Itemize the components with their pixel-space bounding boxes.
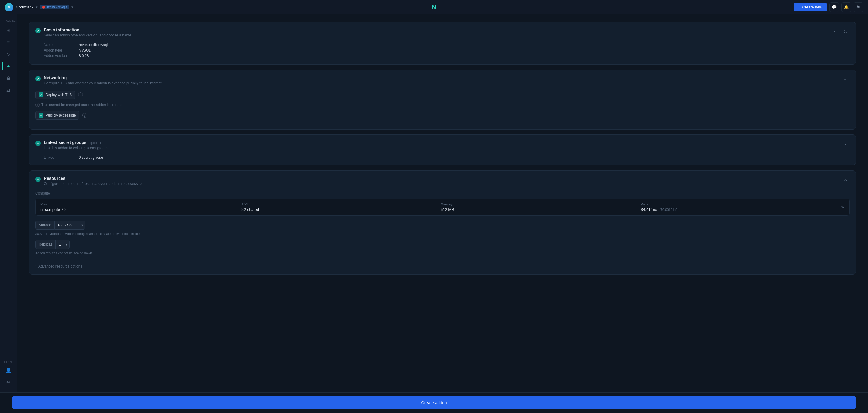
addon-version-label: Addon version	[44, 54, 74, 58]
linked-secrets-header-left: Linked secret groups optional Link this …	[35, 140, 108, 150]
create-addon-bar: Create addon	[0, 392, 868, 413]
storage-label: Storage	[35, 220, 54, 230]
memory-value: 512 MB	[441, 207, 641, 212]
linked-secrets-header: Linked secret groups optional Link this …	[29, 135, 856, 156]
public-toggle-row: Publicly accessible ?	[35, 111, 849, 119]
resources-header: Resources Configure the amount of resour…	[29, 171, 856, 191]
compute-plan-col: Plan nf-compute-20	[40, 202, 241, 212]
basic-info-table: Name revenue-db-mysql Addon type MySQL A…	[29, 43, 856, 65]
linked-secrets-subtitle: Link this addon to existing secret group…	[44, 146, 108, 150]
messages-icon[interactable]: 💬	[829, 2, 839, 12]
sidebar-item-run[interactable]: ▷	[2, 49, 14, 60]
org-chevron-icon[interactable]: ▾	[71, 5, 73, 9]
basic-info-header: Basic information Select an addon type a…	[29, 22, 856, 43]
replicas-select[interactable]: 1 2 3	[56, 240, 70, 249]
networking-subtitle: Configure TLS and whether your addon is …	[44, 81, 162, 85]
plan-label: Plan	[40, 202, 241, 206]
publicly-accessible-toggle[interactable]: Publicly accessible	[35, 111, 79, 119]
vcpu-value: 0.2 shared	[241, 207, 441, 212]
resources-body: Compute Plan nf-compute-20 vCPU 0.2 shar…	[29, 191, 856, 274]
team-label: TEAM	[0, 360, 12, 363]
svg-rect-0	[7, 78, 10, 80]
price-label: Price	[641, 202, 841, 206]
sidebar: PROJECT ⊞ ≡ ▷ ✦ ⇄ TEAM 👤 ↩	[0, 14, 17, 392]
sidebar-item-layers[interactable]: ≡	[2, 37, 14, 47]
content-area: Basic information Select an addon type a…	[17, 14, 868, 392]
sidebar-item-logout[interactable]: ↩	[2, 377, 14, 387]
publicly-accessible-label: Publicly accessible	[45, 113, 76, 117]
sidebar-item-dashboard[interactable]: ⊞	[2, 25, 14, 36]
main-layout: PROJECT ⊞ ≡ ▷ ✦ ⇄ TEAM 👤 ↩ Basic informa…	[0, 14, 868, 392]
team-tag[interactable]: 🔴 internal-devops	[40, 5, 69, 9]
networking-body: Deploy with TLS ? i This cannot be chang…	[29, 91, 856, 129]
resources-card: Resources Configure the amount of resour…	[29, 170, 856, 275]
name-value: revenue-db-mysql	[79, 43, 108, 47]
basic-info-check	[35, 28, 41, 33]
notifications-icon[interactable]: 🔔	[841, 2, 851, 12]
resources-controls	[841, 176, 849, 184]
sidebar-item-lock[interactable]	[2, 73, 14, 84]
plan-value: nf-compute-20	[40, 207, 241, 212]
resources-title-block: Resources Configure the amount of resour…	[44, 176, 142, 186]
topbar-left: M Northflank ▾ 🔴 internal-devops ▾	[5, 3, 73, 11]
optional-badge: optional	[89, 141, 101, 145]
networking-header: Networking Configure TLS and whether you…	[29, 70, 856, 91]
basic-info-title-block: Basic information Select an addon type a…	[44, 27, 131, 37]
linked-secrets-card: Linked secret groups optional Link this …	[29, 134, 856, 165]
storage-row: Storage 4 GB SSD 8 GB SSD 16 GB SSD	[35, 220, 849, 230]
basic-info-collapse-icon[interactable]	[830, 27, 839, 36]
tls-help-icon[interactable]: ?	[78, 93, 83, 97]
sidebar-item-addons[interactable]: ✦	[2, 61, 14, 72]
linked-secrets-check	[35, 141, 41, 146]
networking-controls	[841, 75, 849, 84]
storage-select[interactable]: 4 GB SSD 8 GB SSD 16 GB SSD	[54, 220, 85, 230]
linked-secrets-collapse-icon[interactable]	[841, 140, 849, 148]
addon-type-value: MySQL	[79, 48, 91, 53]
linked-row: Linked 0 secret groups	[29, 156, 856, 165]
resources-subtitle: Configure the amount of resources your a…	[44, 182, 142, 186]
replicas-label: Replicas	[35, 240, 56, 249]
avatar: M	[5, 3, 13, 11]
bookmarks-icon[interactable]: ⚑	[854, 2, 863, 12]
chevron-right-icon: ›	[35, 264, 36, 268]
edit-compute-icon[interactable]: ✎	[841, 205, 844, 210]
resources-check	[35, 176, 41, 182]
addon-version-value: 8.0.28	[79, 54, 89, 58]
sidebar-item-shuffle[interactable]: ⇄	[2, 85, 14, 96]
linked-value: 0 secret groups	[79, 156, 104, 160]
replicas-row: Replicas 1 2 3	[35, 240, 849, 249]
warning-info-icon: i	[35, 103, 39, 107]
tls-toggle-row: Deploy with TLS ?	[35, 91, 849, 99]
basic-info-expand-icon[interactable]	[841, 27, 849, 36]
price-value: $4.41/mo ($0.0062/hr)	[641, 207, 841, 212]
compute-label: Compute	[35, 191, 849, 196]
networking-title-block: Networking Configure TLS and whether you…	[44, 75, 162, 85]
resources-title: Resources	[44, 176, 142, 181]
resources-header-left: Resources Configure the amount of resour…	[35, 176, 142, 186]
networking-check	[35, 76, 41, 81]
sidebar-item-users[interactable]: 👤	[2, 365, 14, 375]
chevron-down-icon[interactable]: ▾	[36, 5, 38, 9]
create-new-button[interactable]: + Create new	[794, 3, 827, 11]
deploy-tls-toggle[interactable]: Deploy with TLS	[35, 91, 75, 99]
compute-memory-col: Memory 512 MB	[441, 202, 641, 212]
create-addon-button[interactable]: Create addon	[12, 396, 856, 409]
topbar-logo: N	[432, 3, 436, 11]
deploy-tls-label: Deploy with TLS	[45, 93, 72, 97]
public-help-icon[interactable]: ?	[82, 113, 87, 118]
memory-label: Memory	[441, 202, 641, 206]
replicas-note: Addon replicas cannot be scaled down.	[35, 251, 849, 255]
networking-collapse-icon[interactable]	[841, 75, 849, 84]
linked-label: Linked	[44, 156, 74, 160]
topbar: M Northflank ▾ 🔴 internal-devops ▾ N + C…	[0, 0, 868, 14]
resources-collapse-icon[interactable]	[841, 176, 849, 184]
replicas-select-wrapper: 1 2 3	[56, 240, 70, 249]
linked-secrets-controls	[841, 140, 849, 148]
advanced-options-toggle[interactable]: › Advanced resource options	[35, 263, 849, 268]
networking-card: Networking Configure TLS and whether you…	[29, 70, 856, 130]
org-name: Northflank	[16, 5, 33, 9]
project-label: PROJECT	[0, 19, 18, 22]
basic-info-card: Basic information Select an addon type a…	[29, 22, 856, 65]
name-label: Name	[44, 43, 74, 47]
info-row-addon-version: Addon version 8.0.28	[44, 54, 849, 58]
